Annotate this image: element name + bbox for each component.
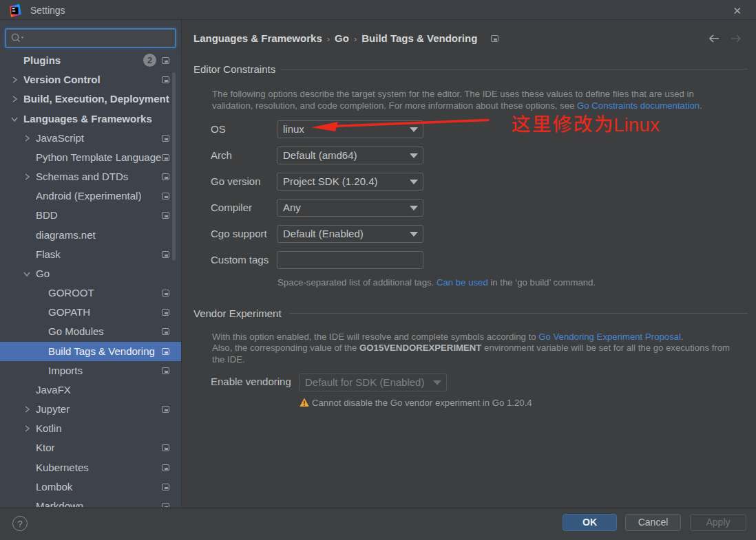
svg-text:Linux: Linux: [613, 114, 660, 136]
